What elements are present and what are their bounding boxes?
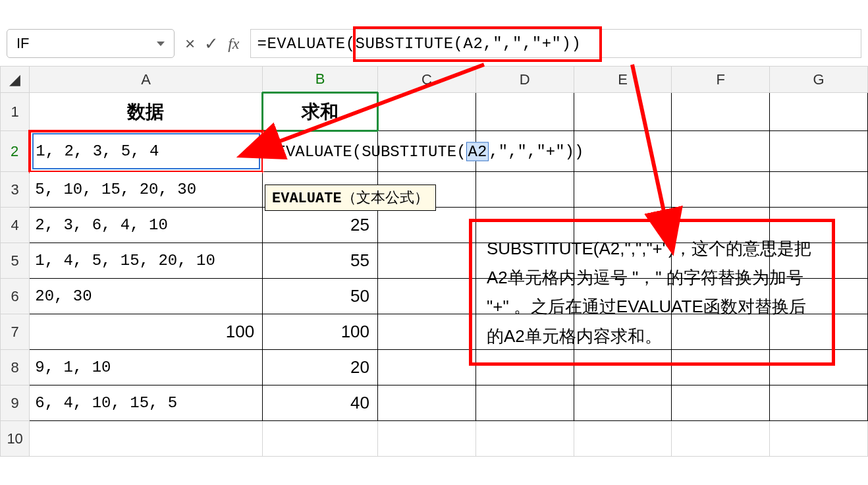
cell[interactable] <box>475 385 574 421</box>
function-tooltip: EVALUATE（文本公式） <box>265 185 436 211</box>
row-header-7[interactable]: 7 <box>1 314 30 350</box>
cell-B5[interactable]: 55 <box>263 243 378 279</box>
cell-A1[interactable]: 数据 <box>30 93 263 131</box>
formula-bar: IF × ✓ fx =EVALUATE(SUBSTITUTE(A2,",","+… <box>0 25 868 62</box>
formula-bar-buttons: × ✓ fx <box>182 34 242 54</box>
cell[interactable] <box>378 421 476 457</box>
row-header-6[interactable]: 6 <box>1 279 30 314</box>
cell[interactable] <box>263 421 378 457</box>
cell-B7[interactable]: 100 <box>263 314 378 350</box>
col-header-E[interactable]: E <box>574 67 672 93</box>
col-header-G[interactable]: G <box>770 67 868 93</box>
cell[interactable] <box>770 172 868 208</box>
cell-B1[interactable]: 求和 <box>263 93 378 131</box>
select-all-corner[interactable]: ◢ <box>1 67 30 93</box>
col-header-C[interactable]: C <box>378 67 476 93</box>
cell[interactable] <box>475 421 574 457</box>
cell-A8[interactable]: 9, 1, 10 <box>30 350 263 385</box>
formula-highlight-text: SUBSTITUTE(A2,",","+")) <box>356 35 582 53</box>
cell[interactable] <box>574 93 672 131</box>
formula-prefix: =EVALUATE( <box>258 35 356 53</box>
cell[interactable] <box>574 172 672 208</box>
row-header-1[interactable]: 1 <box>1 93 30 131</box>
table-row: 9 6, 4, 10, 15, 5 40 <box>1 385 868 421</box>
cell-A2[interactable]: 1, 2, 3, 5, 4 <box>30 131 263 172</box>
cell[interactable] <box>672 131 770 172</box>
row-header-2[interactable]: 2 <box>1 131 30 172</box>
col-header-D[interactable]: D <box>475 67 574 93</box>
cell-A6[interactable]: 20, 30 <box>30 279 263 314</box>
cell[interactable] <box>30 421 263 457</box>
cell[interactable] <box>770 385 868 421</box>
cell[interactable] <box>770 93 868 131</box>
annotation-box: SUBSTITUTE(A2,",","+")，这个的意思是把A2单元格内为逗号 … <box>469 219 835 366</box>
cell-B9[interactable]: 40 <box>263 385 378 421</box>
cell[interactable] <box>574 385 672 421</box>
cell[interactable] <box>378 385 476 421</box>
table-row: 10 <box>1 421 868 457</box>
cell-B2[interactable]: =EVALUATE(SUBSTITUTE(A2,",","+")) <box>263 131 378 172</box>
inline-formula: =EVALUATE(SUBSTITUTE(A2,",","+")) <box>267 143 583 161</box>
cell-A5[interactable]: 1, 4, 5, 15, 20, 10 <box>30 243 263 279</box>
cell-A9[interactable]: 6, 4, 10, 15, 5 <box>30 385 263 421</box>
table-row: 1 数据 求和 <box>1 93 868 131</box>
cell[interactable] <box>770 421 868 457</box>
tooltip-text: （文本公式） <box>342 190 429 207</box>
tooltip-funcname: EVALUATE <box>272 190 342 207</box>
cell-B4[interactable]: 25 <box>263 208 378 243</box>
annotation-text: SUBSTITUTE(A2,",","+")，这个的意思是把A2单元格内为逗号 … <box>487 239 811 346</box>
cell[interactable] <box>378 93 476 131</box>
cancel-icon[interactable]: × <box>185 34 195 54</box>
cell[interactable] <box>672 172 770 208</box>
cell-B8[interactable]: 20 <box>263 350 378 385</box>
cell[interactable] <box>672 93 770 131</box>
cell[interactable] <box>475 172 574 208</box>
cell-B6[interactable]: 50 <box>263 279 378 314</box>
cell[interactable] <box>770 131 868 172</box>
cell[interactable] <box>378 350 476 385</box>
cell[interactable] <box>574 131 672 172</box>
row-header-10[interactable]: 10 <box>1 421 30 457</box>
cell[interactable] <box>574 421 672 457</box>
cell-A7[interactable]: 100 <box>30 314 263 350</box>
table-row: 2 1, 2, 3, 5, 4 =EVALUATE(SUBSTITUTE(A2,… <box>1 131 868 172</box>
cell[interactable] <box>475 93 574 131</box>
row-header-3[interactable]: 3 <box>1 172 30 208</box>
column-headers: ◢ A B C D E F G <box>1 67 868 93</box>
row-header-5[interactable]: 5 <box>1 243 30 279</box>
col-header-B[interactable]: B <box>263 67 378 93</box>
name-box-value: IF <box>16 35 30 52</box>
row-header-9[interactable]: 9 <box>1 385 30 421</box>
chevron-down-icon <box>157 42 165 46</box>
cell[interactable] <box>378 279 476 314</box>
cell[interactable] <box>378 208 476 243</box>
formula-input[interactable]: =EVALUATE(SUBSTITUTE(A2,",","+")) <box>250 29 861 58</box>
row-header-8[interactable]: 8 <box>1 350 30 385</box>
cell[interactable] <box>378 314 476 350</box>
row-header-4[interactable]: 4 <box>1 208 30 243</box>
cell[interactable] <box>672 421 770 457</box>
col-header-A[interactable]: A <box>30 67 263 93</box>
cell-A4[interactable]: 2, 3, 6, 4, 10 <box>30 208 263 243</box>
name-box[interactable]: IF <box>7 29 175 58</box>
cell[interactable] <box>672 385 770 421</box>
confirm-icon[interactable]: ✓ <box>204 34 219 54</box>
cell-A3[interactable]: 5, 10, 15, 20, 30 <box>30 172 263 208</box>
fx-icon[interactable]: fx <box>228 35 239 53</box>
cell[interactable] <box>378 243 476 279</box>
col-header-F[interactable]: F <box>672 67 770 93</box>
